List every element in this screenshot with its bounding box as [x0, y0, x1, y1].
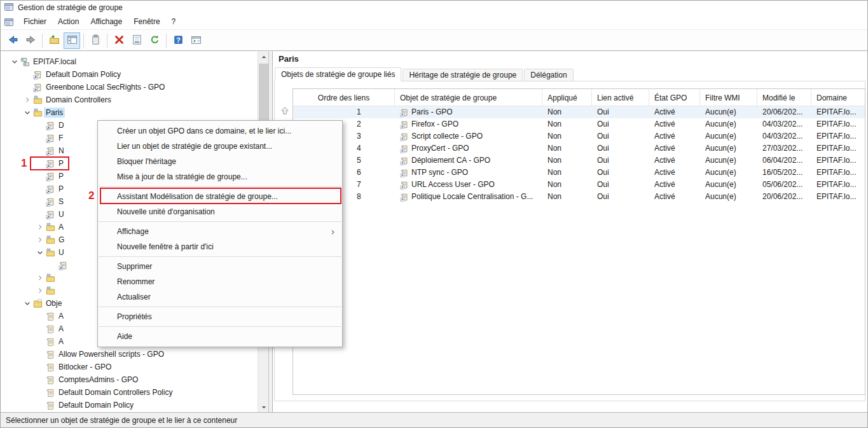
- table-row[interactable]: 8Politique Locale Centralisation - G...N…: [293, 191, 865, 203]
- tree-item-default-domain-policy[interactable]: Default Domain Policy: [1, 399, 258, 411]
- up-one-level-button[interactable]: [46, 32, 62, 49]
- chevron-right-icon[interactable]: [35, 235, 45, 245]
- cell-text: Oui: [597, 144, 609, 153]
- table-row[interactable]: 5Déploiement CA - GPONonOuiActivéAucun(e…: [293, 155, 865, 167]
- refresh-button[interactable]: [146, 32, 163, 49]
- move-link-up-button[interactable]: [279, 105, 291, 116]
- table-row[interactable]: 1Paris - GPONonOuiActivéAucun(e)20/06/20…: [293, 106, 865, 118]
- tree-item-greenbone-local-secrights-gpo[interactable]: Greenbone Local SecRights - GPO: [1, 81, 258, 93]
- menubar-item-help[interactable]: ?: [166, 17, 182, 26]
- chevron-right-icon[interactable]: [22, 95, 32, 105]
- cell-text: EPITAF.lo...: [816, 192, 856, 201]
- menubar-item-fichier[interactable]: Fichier: [18, 17, 52, 26]
- table-row[interactable]: 3Script collecte - GPONonOuiActivéAucun(…: [293, 130, 865, 142]
- tree-item-default-domain-controllers-policy[interactable]: Default Domain Controllers Policy: [1, 386, 258, 399]
- scroll-up-icon[interactable]: [258, 52, 269, 62]
- cell-text: Paris - GPO: [411, 106, 453, 118]
- context-menu-item-nouvelle-fen-tre-partir-d-ici[interactable]: Nouvelle fenêtre à partir d'ici: [98, 239, 342, 254]
- tree-item-bitlocker-gpo[interactable]: Bitlocker - GPO: [1, 361, 258, 373]
- column-header-domaine[interactable]: Domaine: [811, 89, 865, 106]
- tree-item-label: Domain Controllers: [44, 95, 113, 105]
- context-menu-item-affichage[interactable]: Affichage: [98, 224, 342, 239]
- tab-d-l-gation[interactable]: Délégation: [524, 69, 573, 81]
- tree-item-comptesadmins-gpo[interactable]: ComptesAdmins - GPO: [1, 373, 258, 386]
- tree-item-epitaf-local[interactable]: EPITAF.local: [1, 55, 258, 68]
- toolbar-separator: [107, 34, 107, 48]
- domain-icon: [20, 57, 30, 67]
- context-menu-item-renommer[interactable]: Renommer: [98, 274, 342, 289]
- column-header-objet-de-strat-gie-de-groupe[interactable]: Objet de stratégie de groupe: [395, 89, 542, 106]
- chevron-right-icon[interactable]: [35, 286, 45, 296]
- context-menu-item-aide[interactable]: Aide: [98, 329, 342, 344]
- cell-filtre-wmi: Aucun(e): [700, 155, 757, 167]
- chevron-down-icon[interactable]: [10, 57, 20, 67]
- menubar-item-affichage[interactable]: Affichage: [85, 17, 128, 26]
- tree-item-domain-controllers[interactable]: Domain Controllers: [1, 93, 258, 106]
- column-header-lien-activ[interactable]: Lien activé: [592, 89, 649, 106]
- cell-appliqu: Non: [542, 167, 592, 179]
- context-menu-item-bloquer-l-h-ritage[interactable]: Bloquer l'héritage: [98, 154, 342, 169]
- chevron-right-icon[interactable]: [35, 273, 45, 283]
- context-menu-item-lier-un-objet-de-strat-gie-de-groupe-existant[interactable]: Lier un objet de stratégie de groupe exi…: [98, 139, 342, 154]
- cell-tat-gpo: Activé: [649, 130, 700, 142]
- context-menu-item-nouvelle-unit-d-organisation[interactable]: Nouvelle unité d'organisation: [98, 204, 342, 219]
- console-tree-icon: [67, 34, 78, 47]
- column-header-ordre-des-liens[interactable]: Ordre des liens: [293, 89, 395, 106]
- cell-text: Activé: [654, 144, 675, 153]
- linked-gpo-table: Ordre des liensObjet de stratégie de gro…: [293, 88, 865, 395]
- export-list-button[interactable]: [188, 32, 204, 49]
- context-menu-item-assistant-mod-lisation-de-strat-gie-de-groupe[interactable]: Assistant Modélisation de stratégie de g…: [98, 189, 342, 204]
- cell-tat-gpo: Activé: [649, 191, 700, 203]
- chevron-down-icon[interactable]: [22, 107, 32, 118]
- cell-text: URL Access User - GPO: [411, 179, 495, 191]
- paste-button[interactable]: [87, 32, 104, 49]
- cell-text: Oui: [597, 120, 609, 128]
- delete-button[interactable]: [111, 32, 127, 49]
- context-menu: Créer un objet GPO dans ce domaine, et l…: [97, 120, 343, 347]
- menubar-item-fen-tre[interactable]: Fenêtre: [128, 17, 165, 26]
- tab-h-ritage-de-strat-gie-de-groupe[interactable]: Héritage de stratégie de groupe: [403, 69, 523, 81]
- scroll-down-icon[interactable]: [258, 401, 269, 412]
- column-header-modifi-le[interactable]: Modifié le: [757, 89, 811, 106]
- chevron-down-icon[interactable]: [35, 247, 45, 258]
- tab-objets-de-strat-gie-de-groupe-li-s[interactable]: Objets de stratégie de groupe liés: [275, 67, 401, 81]
- forward-button[interactable]: [22, 32, 39, 49]
- cell-filtre-wmi: Aucun(e): [700, 118, 757, 130]
- chevron-down-icon[interactable]: [22, 298, 32, 308]
- gpo-link-icon: [400, 120, 409, 129]
- cell-text: EPITAF.lo...: [816, 180, 856, 189]
- console-tree-button[interactable]: [64, 32, 80, 49]
- table-row[interactable]: 6NTP sync - GPONonOuiActivéAucun(e)16/05…: [293, 167, 865, 179]
- scrollbar-thumb[interactable]: [259, 64, 268, 122]
- tree-item-paris[interactable]: Paris: [1, 106, 258, 119]
- chevron-right-icon[interactable]: [35, 222, 45, 232]
- cell-text: Politique Locale Centralisation - G...: [411, 191, 533, 203]
- table-row[interactable]: 2Firefox - GPONonOuiActivéAucun(e)04/03/…: [293, 118, 865, 130]
- column-header-filtre-wmi[interactable]: Filtre WMI: [700, 89, 757, 106]
- back-button[interactable]: [4, 32, 21, 49]
- cell-objet-de-strat-gie-de-groupe: Firefox - GPO: [395, 118, 542, 130]
- tree-item-allow-powershell-scripts-gpo[interactable]: Allow Powershell scripts - GPO: [1, 348, 258, 361]
- table-row[interactable]: 7URL Access User - GPONonOuiActivéAucun(…: [293, 179, 865, 191]
- table-row[interactable]: 4ProxyCert - GPONonOuiActivéAucun(e)27/0…: [293, 142, 865, 155]
- properties-button[interactable]: [128, 32, 145, 49]
- expander-spacer: [35, 324, 45, 334]
- help-button[interactable]: ?: [170, 32, 186, 49]
- context-menu-item-supprimer[interactable]: Supprimer: [98, 259, 342, 274]
- cell-text: Non: [548, 120, 561, 128]
- cell-modifi-le: 04/03/202...: [757, 118, 811, 130]
- gpo-link-icon: [400, 169, 409, 177]
- menubar-item-action[interactable]: Action: [52, 17, 85, 26]
- context-menu-item-propri-t-s[interactable]: Propriétés: [98, 309, 342, 324]
- cell-appliqu: Non: [542, 106, 592, 118]
- context-menu-item-mise-jour-de-la-strat-gie-de-groupe[interactable]: Mise à jour de la stratégie de groupe...: [98, 169, 342, 184]
- cell-text: Non: [548, 156, 561, 165]
- column-header-appliqu[interactable]: Appliqué: [542, 89, 592, 106]
- context-menu-item-cr-er-un-objet-gpo-dans-ce-domaine-et-le-lier-ici[interactable]: Créer un objet GPO dans ce domaine, et l…: [98, 123, 342, 139]
- column-header-tat-gpo[interactable]: État GPO: [649, 89, 700, 106]
- tree-item-label: A: [57, 336, 65, 347]
- context-menu-item-actualiser[interactable]: Actualiser: [98, 289, 342, 305]
- cell-text: Aucun(e): [705, 144, 736, 153]
- status-bar: Sélectionner un objet de stratégie de gr…: [1, 412, 867, 428]
- tree-item-default-domain-policy[interactable]: Default Domain Policy: [1, 68, 258, 81]
